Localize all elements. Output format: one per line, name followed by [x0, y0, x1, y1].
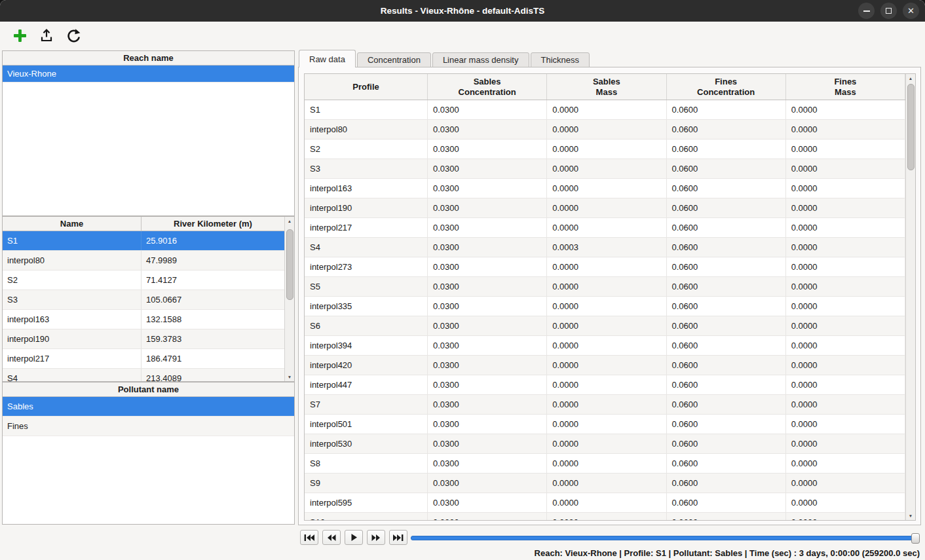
raw-table-row[interactable]: interpol5300.03000.00000.06000.0000	[305, 434, 905, 454]
time-slider-handle[interactable]	[911, 533, 920, 544]
profiles-header-km[interactable]: River Kilometer (m)	[142, 217, 284, 231]
refresh-button[interactable]	[64, 26, 83, 45]
tab-raw-data[interactable]: Raw data	[299, 50, 356, 67]
raw-table-row[interactable]: interpol3940.03000.00000.06000.0000	[305, 336, 905, 356]
raw-value-cell: 0.0600	[667, 297, 786, 316]
raw-value-cell: 0.0600	[667, 140, 786, 159]
raw-table-row[interactable]: interpol800.03000.00000.06000.0000	[305, 120, 905, 140]
profile-row[interactable]: S271.4127	[3, 271, 284, 290]
profile-row[interactable]: S3105.0667	[3, 290, 284, 310]
profile-row[interactable]: S125.9016	[3, 231, 284, 251]
profile-row[interactable]: interpol217186.4791	[3, 349, 284, 369]
raw-header-cell[interactable]: SablesMass	[547, 74, 666, 100]
skip-to-start-button[interactable]	[300, 530, 318, 545]
profiles-header-name[interactable]: Name	[3, 217, 142, 231]
raw-table-row[interactable]: interpol1630.03000.00000.06000.0000	[305, 179, 905, 198]
scroll-down-icon[interactable]: ▼	[285, 373, 294, 381]
raw-value-cell: 0.0000	[786, 356, 905, 375]
raw-table-scrollbar[interactable]: ▲ ▼	[905, 74, 915, 520]
raw-table-row[interactable]: interpol5950.03000.00000.06000.0000	[305, 493, 905, 513]
scroll-up-icon[interactable]: ▲	[285, 217, 294, 225]
close-icon: ✕	[907, 7, 915, 15]
minimize-button[interactable]	[858, 3, 875, 19]
maximize-button[interactable]	[880, 3, 897, 19]
raw-table-row[interactable]: S40.03000.00030.06000.0000	[305, 238, 905, 257]
raw-header-cell[interactable]: FinesMass	[786, 74, 905, 100]
raw-scroll-track[interactable]	[906, 83, 915, 512]
raw-table-row[interactable]: S30.03000.00000.06000.0000	[305, 159, 905, 179]
profiles-scroll-track[interactable]	[285, 225, 294, 373]
results-pane: ProfileSablesConcentrationSablesMassFine…	[298, 67, 921, 525]
raw-table-row[interactable]: interpol4470.03000.00000.06000.0000	[305, 375, 905, 395]
add-button[interactable]	[10, 26, 29, 45]
profile-name-cell: interpol190	[3, 329, 142, 348]
pollutant-list[interactable]: SablesFines	[3, 397, 294, 524]
raw-header-cell[interactable]: FinesConcentration	[667, 74, 786, 100]
raw-table-row[interactable]: S20.03000.00000.06000.0000	[305, 140, 905, 159]
raw-header-cell[interactable]: SablesConcentration	[428, 74, 547, 100]
raw-table-row[interactable]: S60.03000.00000.06000.0000	[305, 316, 905, 336]
raw-value-cell: 0.0000	[547, 493, 666, 512]
header-line2: Concentration	[697, 87, 755, 98]
raw-value-cell: 0.0000	[786, 297, 905, 316]
seek-forward-button[interactable]	[367, 530, 385, 545]
seek-backward-button[interactable]	[322, 530, 341, 545]
play-button[interactable]	[345, 530, 363, 545]
profiles-panel: Name River Kilometer (m) S125.9016interp…	[2, 216, 295, 382]
raw-table-body: S10.03000.00000.06000.0000interpol800.03…	[305, 100, 905, 520]
raw-scroll-thumb[interactable]	[907, 84, 915, 170]
refresh-icon	[66, 28, 81, 43]
raw-table-row[interactable]: interpol5010.03000.00000.06000.0000	[305, 415, 905, 434]
raw-table-row[interactable]: S100.03000.00000.06000.0000	[305, 513, 905, 520]
raw-table-row[interactable]: interpol4200.03000.00000.06000.0000	[305, 356, 905, 375]
export-button[interactable]	[37, 26, 56, 45]
header-line2: Mass	[596, 87, 618, 98]
raw-table-row[interactable]: S80.03000.00000.06000.0000	[305, 454, 905, 474]
raw-table-row[interactable]: interpol2170.03000.00000.06000.0000	[305, 218, 905, 238]
profile-name-cell: interpol217	[3, 349, 142, 368]
scroll-down-icon[interactable]: ▼	[906, 512, 915, 520]
time-slider[interactable]	[411, 532, 919, 544]
tab-linear-mass-density[interactable]: Linear mass density	[432, 52, 529, 67]
raw-value-cell: 0.0000	[786, 415, 905, 434]
time-slider-track[interactable]	[411, 536, 919, 540]
raw-value-cell: 0.0000	[547, 454, 666, 473]
raw-table-row[interactable]: S90.03000.00000.06000.0000	[305, 474, 905, 493]
raw-table-row[interactable]: S70.03000.00000.06000.0000	[305, 395, 905, 415]
profiles-scroll-thumb[interactable]	[286, 229, 293, 300]
tab-concentration[interactable]: Concentration	[357, 52, 431, 67]
profiles-scrollbar[interactable]: ▲ ▼	[284, 217, 294, 381]
raw-header-cell[interactable]: Profile	[305, 74, 428, 100]
reach-list[interactable]: Vieux-Rhone	[3, 65, 294, 215]
raw-value-cell: 0.0300	[428, 415, 547, 434]
raw-profile-cell: S5	[305, 277, 428, 296]
raw-table-row[interactable]: interpol3350.03000.00000.06000.0000	[305, 297, 905, 316]
raw-table-row[interactable]: S10.03000.00000.06000.0000	[305, 100, 905, 120]
profile-row[interactable]: interpol190159.3783	[3, 329, 284, 349]
raw-profile-cell: interpol420	[305, 356, 428, 375]
tab-thickness[interactable]: Thickness	[531, 52, 590, 67]
raw-table-row[interactable]: interpol1900.03000.00000.06000.0000	[305, 198, 905, 218]
pollutant-list-item[interactable]: Sables	[3, 397, 294, 417]
reach-list-item[interactable]: Vieux-Rhone	[3, 65, 294, 83]
raw-profile-cell: S9	[305, 474, 428, 493]
raw-value-cell: 0.0000	[547, 356, 666, 375]
titlebar[interactable]: Results - Vieux-Rhône - default-AdisTS ✕	[0, 0, 925, 22]
raw-value-cell: 0.0600	[667, 198, 786, 217]
scroll-up-icon[interactable]: ▲	[906, 74, 915, 83]
pollutant-list-item[interactable]: Fines	[3, 417, 294, 436]
profile-km-cell: 213.4089	[142, 369, 284, 381]
close-button[interactable]: ✕	[903, 3, 919, 19]
header-line1: Sables	[593, 77, 620, 87]
profile-row[interactable]: interpol163132.1588	[3, 310, 284, 329]
raw-value-cell: 0.0300	[428, 257, 547, 276]
raw-value-cell: 0.0600	[667, 375, 786, 394]
profile-row[interactable]: interpol8047.9989	[3, 251, 284, 271]
header-line1: Profile	[352, 82, 379, 92]
profile-row[interactable]: S4213.4089	[3, 369, 284, 381]
raw-table-row[interactable]: interpol2730.03000.00000.06000.0000	[305, 257, 905, 277]
raw-table-row[interactable]: S50.03000.00000.06000.0000	[305, 277, 905, 297]
raw-value-cell: 0.0600	[667, 159, 786, 178]
skip-to-end-button[interactable]	[389, 530, 407, 545]
minimize-icon	[863, 10, 870, 12]
